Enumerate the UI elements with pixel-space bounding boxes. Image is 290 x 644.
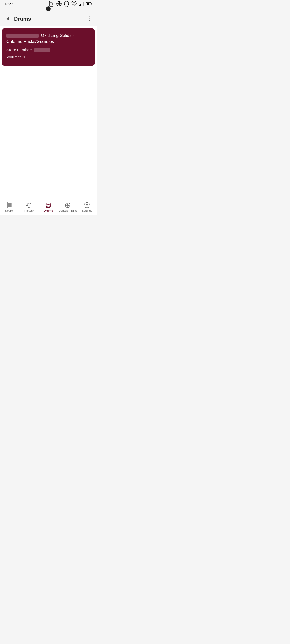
svg-point-4 (74, 5, 75, 6)
svg-rect-11 (7, 203, 8, 204)
content-empty-area (2, 66, 95, 202)
card-store: Store number: (6, 47, 90, 53)
status-time: 12:27 (4, 2, 13, 6)
nav-settings-label: Settings (82, 209, 92, 212)
nav-item-donation-bins[interactable]: Donation Bins (58, 199, 77, 215)
vpn-icon (56, 1, 62, 7)
svg-rect-13 (7, 206, 8, 207)
signal-icon (78, 1, 85, 7)
nav-drums-label: Drums (44, 209, 53, 212)
camera-notch (46, 6, 51, 11)
svg-rect-8 (83, 2, 84, 6)
battery-icon (86, 1, 92, 7)
nav-donation-bins-label: Donation Bins (59, 209, 77, 212)
drum-card[interactable]: Oxidizing Solids - Chlorine Pucks/Granul… (2, 28, 95, 66)
nav-history-label: History (24, 209, 34, 212)
store-label: Store number: (6, 47, 32, 52)
more-options-button[interactable] (84, 13, 95, 24)
nav-item-drums[interactable]: Drums (39, 199, 58, 215)
svg-rect-1 (50, 3, 52, 5)
nav-item-history[interactable]: History (19, 199, 39, 215)
bottom-navigation: Search History Drums Donation Bins (0, 199, 97, 215)
app-bar: Drums (0, 11, 97, 26)
card-timestamp (6, 34, 39, 38)
page-title: Drums (14, 16, 84, 22)
more-dot-1 (89, 16, 90, 17)
wifi-icon (71, 1, 77, 7)
svg-rect-7 (82, 3, 82, 6)
back-arrow-icon (6, 17, 9, 20)
volume-value: 1 (23, 55, 25, 59)
svg-point-28 (86, 204, 88, 206)
volume-label: Volume: (6, 55, 21, 59)
settings-icon (84, 202, 90, 208)
nav-item-search[interactable]: Search (0, 199, 19, 215)
svg-rect-12 (7, 204, 8, 206)
more-dot-3 (89, 20, 90, 21)
svg-rect-0 (49, 1, 53, 6)
drums-icon (45, 202, 52, 208)
svg-rect-10 (87, 3, 89, 5)
svg-point-25 (46, 204, 50, 206)
status-icons (48, 1, 92, 7)
back-button[interactable] (2, 13, 13, 24)
card-header: Oxidizing Solids - Chlorine Pucks/Granul… (6, 33, 90, 45)
content-area: Oxidizing Solids - Chlorine Pucks/Granul… (0, 26, 97, 202)
more-dot-2 (89, 18, 90, 19)
search-icon (6, 202, 13, 208)
shield-icon (63, 1, 70, 7)
donation-bins-icon (64, 202, 71, 208)
nav-search-label: Search (5, 209, 15, 212)
svg-point-24 (46, 206, 50, 208)
svg-point-21 (46, 203, 50, 204)
nav-item-settings[interactable]: Settings (77, 199, 97, 215)
sim-icon (48, 1, 55, 7)
store-number (34, 48, 50, 52)
history-icon (26, 202, 32, 208)
svg-rect-5 (79, 5, 80, 6)
svg-rect-6 (80, 4, 81, 6)
card-volume: Volume: 1 (6, 54, 90, 60)
